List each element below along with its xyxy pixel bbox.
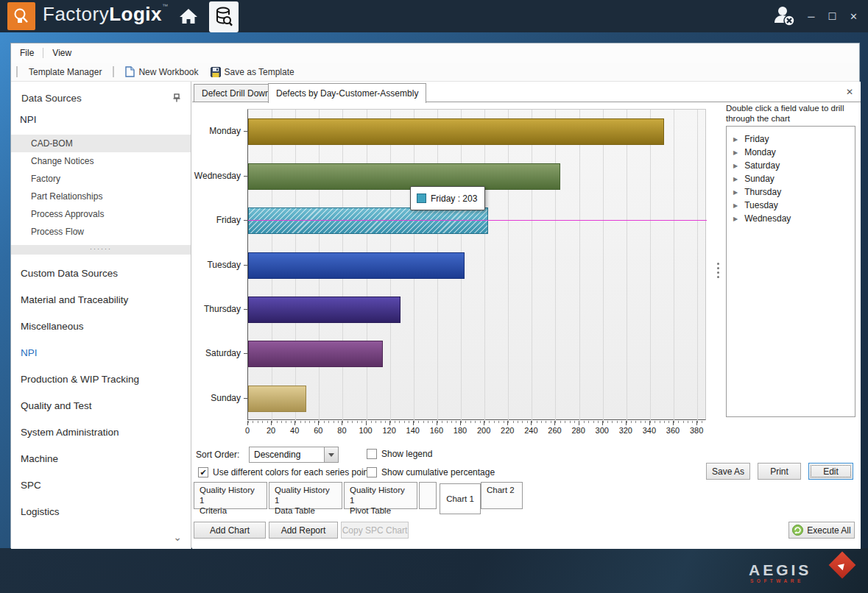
tab-defect-drill-down[interactable]: Defect Drill Down (194, 84, 278, 102)
new-workbook-label: New Workbook (138, 67, 198, 77)
drill-item-monday[interactable]: ▶Monday (727, 146, 855, 159)
sidebar-item-process-approvals[interactable]: Process Approvals (11, 205, 191, 223)
menu-file[interactable]: File (11, 43, 43, 63)
save-as-template-button[interactable]: Save as Template (205, 67, 300, 77)
new-workbook-button[interactable]: New Workbook (119, 66, 204, 77)
show-legend-checkbox[interactable]: Show legend (367, 449, 432, 459)
checkbox-box[interactable] (367, 449, 377, 459)
sidebar-category-quality-and-test[interactable]: Quality and Test (11, 393, 191, 419)
cumulative-label: Show cumulative percentage (381, 467, 495, 477)
chevron-down-icon[interactable]: ⌄ (173, 531, 182, 543)
expand-arrow-icon[interactable]: ▶ (733, 136, 738, 143)
tooltip-series-swatch (417, 193, 426, 203)
bar-friday[interactable] (248, 207, 488, 234)
workbook-tab-quality-history-1-criteria[interactable]: Quality History 1Criteria (194, 482, 267, 509)
expand-arrow-icon[interactable]: ▶ (733, 189, 738, 196)
footer-bar: AEGIS SOFTWARE (0, 548, 868, 593)
home-icon[interactable] (175, 0, 202, 32)
x-axis-tick (626, 421, 627, 425)
execute-icon (792, 525, 803, 536)
drill-item-wednesday[interactable]: ▶Wednesday (727, 212, 855, 225)
bar-saturday[interactable] (248, 341, 383, 367)
sidebar-splitter[interactable]: ······ (11, 245, 191, 255)
bar-thursday[interactable] (248, 296, 401, 323)
pane-splitter-handle[interactable] (716, 263, 719, 278)
bar-tuesday[interactable] (248, 252, 465, 279)
add-chart-button[interactable]: Add Chart (194, 522, 266, 539)
execute-all-button[interactable]: Execute All (788, 522, 855, 539)
toolbar-separator (113, 66, 114, 77)
tooltip-text: Friday : 203 (431, 193, 477, 204)
workbook-tab-quality-history-1-pivot-table[interactable]: Quality History 1Pivot Table (344, 482, 417, 509)
data-explorer-icon[interactable] (209, 1, 239, 32)
chart-gridline (650, 110, 651, 421)
tab-defects-by-day[interactable]: Defects by Day-Customer-Assembly (268, 83, 426, 103)
logout-user-icon[interactable] (771, 3, 797, 29)
x-axis-tick (579, 421, 579, 425)
sidebar-item-process-flow[interactable]: Process Flow (11, 223, 191, 241)
menu-view[interactable]: View (43, 43, 80, 63)
expand-arrow-icon[interactable]: ▶ (733, 163, 738, 169)
cumulative-checkbox[interactable]: Show cumulative percentage (367, 467, 495, 477)
save-as-template-label: Save as Template (225, 67, 294, 77)
x-axis-label-240: 240 (524, 426, 537, 435)
workbook-tab-quality-history-1-data-table[interactable]: Quality History 1Data Table (269, 482, 342, 509)
show-legend-label: Show legend (381, 449, 432, 459)
bar-wednesday[interactable] (248, 163, 560, 190)
bar-chart-plot-area (247, 109, 706, 420)
expand-arrow-icon[interactable]: ▶ (733, 216, 738, 222)
sidebar-category-spc[interactable]: SPC (11, 472, 191, 499)
chart-gridline (627, 110, 627, 421)
y-axis-tick (244, 131, 247, 132)
workbook-tab-chart-1[interactable]: Chart 1 (440, 483, 481, 514)
x-axis-tick (366, 421, 367, 425)
checkbox-box[interactable] (367, 467, 377, 477)
bar-monday[interactable] (248, 118, 664, 145)
drill-item-thursday[interactable]: ▶Thursday (727, 185, 855, 199)
workbook-tab-chart-2[interactable]: Chart 2 (481, 482, 523, 509)
sidebar-item-change-notices[interactable]: Change Notices (11, 152, 191, 170)
drill-item-friday[interactable]: ▶Friday (727, 132, 855, 146)
template-manager-button[interactable]: Template Manager (23, 67, 107, 77)
sidebar-category-material-and-traceability[interactable]: Material and Traceability (11, 287, 191, 313)
drill-item-label: Wednesday (744, 213, 791, 224)
series-colors-checkbox[interactable]: ✔ Use different colors for each series p… (198, 467, 371, 477)
tab-close-icon[interactable]: ✕ (846, 87, 853, 97)
maximize-icon[interactable]: ☐ (828, 11, 836, 22)
y-axis-tick (244, 398, 247, 399)
expand-arrow-icon[interactable]: ▶ (733, 176, 738, 182)
dropdown-chevron-icon[interactable] (324, 447, 338, 462)
drill-item-sunday[interactable]: ▶Sunday (727, 172, 855, 185)
bar-sunday[interactable] (248, 386, 306, 412)
add-report-button[interactable]: Add Report (269, 522, 338, 539)
save-as-button[interactable]: Save As (706, 463, 750, 480)
sidebar-category-miscellaneous[interactable]: Miscellaneous (11, 313, 191, 340)
application-window: FactoryLogix™ ─ ☐ ✕ (0, 0, 868, 593)
sidebar-item-cad-bom[interactable]: CAD-BOM (11, 135, 191, 152)
edit-button[interactable]: Edit (808, 463, 853, 480)
print-button[interactable]: Print (758, 463, 801, 480)
pin-icon[interactable] (173, 93, 180, 102)
drill-item-label: Friday (744, 134, 769, 144)
sidebar-item-part-relationships[interactable]: Part Relationships (11, 188, 191, 205)
drill-item-tuesday[interactable]: ▶Tuesday (727, 199, 855, 212)
x-axis-label-340: 340 (643, 426, 656, 435)
expand-arrow-icon[interactable]: ▶ (733, 202, 738, 209)
sidebar-category-custom-data-sources[interactable]: Custom Data Sources (11, 260, 191, 287)
sidebar-group-npi[interactable]: NPI (20, 114, 37, 125)
sidebar-category-system-administration[interactable]: System Administration (11, 419, 191, 446)
sidebar-category-machine[interactable]: Machine (11, 446, 191, 472)
sidebar-category-npi[interactable]: NPI (11, 340, 191, 366)
y-axis-label-saturday: Saturday (192, 348, 241, 358)
workbook-tab-empty[interactable] (419, 482, 437, 509)
sort-order-select[interactable]: Descending (249, 447, 339, 463)
drill-item-saturday[interactable]: ▶Saturday (727, 159, 855, 172)
close-icon[interactable]: ✕ (850, 11, 858, 22)
sidebar-category-logistics[interactable]: Logistics (11, 499, 191, 525)
sidebar-item-factory[interactable]: Factory (11, 170, 191, 188)
checkbox-box[interactable]: ✔ (198, 467, 208, 477)
highlight-crosshair-line (248, 220, 707, 221)
minimize-icon[interactable]: ─ (808, 11, 814, 22)
expand-arrow-icon[interactable]: ▶ (733, 149, 738, 156)
sidebar-category-production-wip-tracking[interactable]: Production & WIP Tracking (11, 366, 191, 393)
